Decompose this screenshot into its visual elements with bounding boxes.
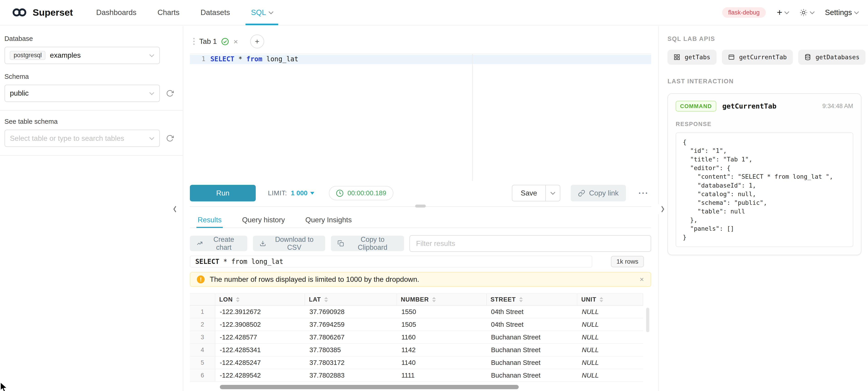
results-tabbar: Results Query history Query Insights	[190, 213, 651, 228]
sql-text: long_lat	[262, 55, 299, 63]
cell-street: 04th Street	[487, 321, 578, 328]
table-row	[4, 130, 176, 147]
results-table: LON LAT NUMBER STREET UNIT	[190, 293, 643, 382]
refresh-tables-button[interactable]	[166, 134, 174, 142]
cell-lat: 37.780385	[305, 346, 397, 354]
get-current-tab-button[interactable]: getCurrentTab	[722, 50, 793, 65]
vertical-scrollbar[interactable]	[646, 308, 650, 332]
cell-unit: NULL	[577, 308, 643, 316]
copy-clipboard-button[interactable]: Copy to Clipboard	[331, 236, 404, 251]
nav-datasets[interactable]: Datasets	[200, 0, 230, 25]
nav-dashboards[interactable]: Dashboards	[96, 0, 136, 25]
run-query-button[interactable]: Run	[190, 185, 256, 201]
column-label: NUMBER	[401, 296, 429, 303]
header-row-number	[190, 294, 215, 305]
table-row: 3 -122.428577 37.7806267 1160 Buchanan S…	[190, 331, 643, 344]
header-number[interactable]: NUMBER	[397, 294, 487, 305]
chevron-down-icon	[149, 135, 154, 140]
cell-lat: 37.7690928	[305, 308, 397, 316]
toolbar-right: Save Copy link ···	[512, 185, 651, 201]
resize-handle[interactable]	[415, 204, 426, 207]
collapse-right-panel-button[interactable]	[658, 204, 667, 214]
chevron-down-icon	[810, 9, 815, 14]
tab-query-history[interactable]: Query history	[241, 213, 286, 228]
tab-results[interactable]: Results	[196, 213, 223, 228]
table-select[interactable]	[4, 130, 160, 147]
table-schema-label: See table schema	[4, 118, 176, 125]
query-tab[interactable]: Tab 1 ×	[190, 34, 241, 49]
split-divider	[190, 206, 651, 207]
sidebar-divider	[0, 155, 183, 156]
download-csv-label: Download to CSV	[270, 235, 319, 251]
cell-lat: 37.7802883	[305, 372, 397, 379]
sql-text: *	[235, 55, 246, 63]
save-button[interactable]: Save	[512, 185, 546, 201]
sort-icon	[324, 297, 328, 302]
row-number: 2	[190, 318, 215, 331]
tab-query-insights[interactable]: Query Insights	[304, 213, 353, 228]
mouse-cursor	[0, 382, 7, 391]
brand-name: Superset	[33, 7, 73, 18]
sort-icon	[236, 297, 240, 302]
clock-icon	[336, 189, 344, 197]
header-lon[interactable]: LON	[215, 294, 305, 305]
alert-close-icon[interactable]: ×	[640, 275, 644, 284]
api-buttons: getTabs getCurrentTab getDatabases	[668, 50, 861, 65]
environment-badge: flask-debug	[722, 7, 766, 18]
chevron-left-icon	[173, 205, 177, 213]
cell-lat: 37.7694259	[305, 321, 397, 328]
sql-editor[interactable]: 1 SELECT * from long_lat	[190, 54, 651, 181]
download-icon	[259, 240, 266, 247]
settings-menu[interactable]: Settings	[825, 8, 858, 17]
sqllab-left-sidebar: Database postgresql examples Schema publ…	[0, 26, 183, 391]
cell-lat: 37.7803172	[305, 359, 397, 366]
filter-results-input[interactable]	[409, 235, 651, 252]
row-limit-alert: ! The number of rows displayed is limite…	[190, 272, 651, 287]
sort-icon	[432, 297, 436, 302]
cell-number: 1160	[397, 333, 487, 341]
chevron-right-icon	[660, 205, 665, 213]
response-json: { "id": "1", "title": "Tab 1", "editor":…	[676, 132, 853, 247]
theme-toggle-button[interactable]	[799, 8, 814, 17]
sql-keyword: from	[246, 55, 262, 63]
more-options-button[interactable]: ···	[637, 189, 651, 198]
create-chart-button[interactable]: Create chart	[190, 236, 247, 251]
brand[interactable]: Superset	[11, 7, 73, 18]
get-tabs-label: getTabs	[685, 54, 710, 61]
schema-select[interactable]: public	[4, 85, 160, 102]
chevron-down-icon	[149, 52, 154, 57]
cell-street: Buchanan Street	[487, 359, 578, 366]
cell-number: 1111	[397, 372, 487, 379]
new-item-button[interactable]: +	[777, 8, 788, 17]
plus-icon: +	[777, 8, 782, 17]
add-tab-button[interactable]: +	[250, 34, 264, 48]
limit-dropdown[interactable]: 1 000	[291, 189, 314, 197]
get-databases-button[interactable]: getDatabases	[798, 50, 866, 65]
window-icon	[728, 54, 735, 60]
header-lat[interactable]: LAT	[305, 294, 397, 305]
table-select-input[interactable]	[10, 134, 145, 142]
print-margin-line	[472, 54, 473, 181]
horizontal-scrollbar[interactable]	[220, 385, 519, 389]
chevron-down-icon	[854, 9, 859, 14]
get-tabs-button[interactable]: getTabs	[668, 50, 716, 65]
chevron-down-icon	[149, 90, 154, 95]
warning-icon: !	[197, 275, 205, 283]
query-preview: SELECT * from long_lat	[190, 256, 592, 268]
copy-link-button[interactable]: Copy link	[571, 185, 626, 201]
database-select[interactable]: postgresql examples	[4, 47, 160, 64]
apis-title: SQL LAB APIS	[668, 35, 861, 42]
header-street[interactable]: STREET	[487, 294, 578, 305]
cell-lon: -122.4289542	[215, 372, 305, 379]
download-csv-button[interactable]: Download to CSV	[253, 236, 326, 251]
superset-sql-lab: Superset Dashboards Charts Datasets SQL …	[0, 0, 868, 391]
collapse-left-panel-button[interactable]	[170, 204, 179, 214]
close-tab-icon[interactable]: ×	[234, 38, 238, 45]
nav-sql[interactable]: SQL	[251, 0, 273, 25]
query-preview-row: SELECT * from long_lat 1k rows	[190, 256, 651, 268]
refresh-schemas-button[interactable]	[166, 90, 174, 97]
header-unit[interactable]: UNIT	[577, 294, 643, 305]
save-dropdown-button[interactable]	[545, 185, 560, 201]
nav-charts[interactable]: Charts	[157, 0, 179, 25]
limit-control: LIMIT: 1 000	[268, 189, 314, 197]
